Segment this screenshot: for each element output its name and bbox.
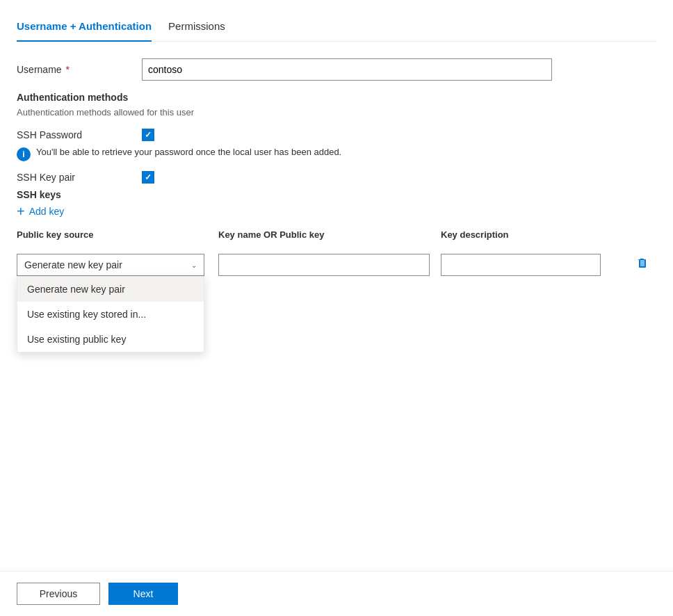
dropdown-option-existing-stored[interactable]: Use existing key stored in... <box>17 302 204 327</box>
source-dropdown-button[interactable]: Generate new key pair ⌄ <box>17 254 204 276</box>
ssh-keypair-checkbox[interactable]: ✓ <box>142 171 154 184</box>
ssh-password-info: i You'll be able to retrieve your passwo… <box>17 147 656 161</box>
info-icon: i <box>17 147 31 161</box>
tab-permissions[interactable]: Permissions <box>168 12 225 42</box>
ssh-password-checkbox[interactable]: ✓ <box>142 129 154 141</box>
delete-icon <box>635 257 649 270</box>
table-row: Generate new key pair ⌄ Generate new key… <box>17 245 656 276</box>
username-input[interactable] <box>142 58 552 81</box>
ssh-keys-title: SSH keys <box>17 189 656 200</box>
key-table: Public key source Key name OR Public key… <box>17 229 656 276</box>
previous-button[interactable]: Previous <box>17 583 100 605</box>
col-header-description: Key description <box>441 229 656 240</box>
source-dropdown-selected: Generate new key pair <box>24 259 122 270</box>
bottom-bar: Previous Next <box>0 571 673 616</box>
ssh-keypair-row: SSH Key pair ✓ <box>17 171 656 184</box>
source-cell: Generate new key pair ⌄ Generate new key… <box>17 254 218 276</box>
key-table-header: Public key source Key name OR Public key… <box>17 229 656 245</box>
key-name-cell <box>218 254 441 276</box>
auth-methods-subtitle: Authentication methods allowed for this … <box>17 107 656 117</box>
tabs: Username + Authentication Permissions <box>17 11 656 42</box>
auth-methods-title: Authentication methods <box>17 92 656 103</box>
dropdown-option-generate[interactable]: Generate new key pair <box>17 277 204 302</box>
source-dropdown-menu: Generate new key pair Use existing key s… <box>17 276 204 352</box>
next-button[interactable]: Next <box>108 583 178 605</box>
add-key-label: Add key <box>29 206 65 217</box>
key-name-input[interactable] <box>218 254 430 276</box>
ssh-password-checkmark: ✓ <box>145 130 152 140</box>
add-key-row[interactable]: + Add key <box>17 204 656 218</box>
username-label: Username * <box>17 64 142 75</box>
ssh-keypair-label: SSH Key pair <box>17 172 142 183</box>
ssh-password-row: SSH Password ✓ <box>17 129 656 141</box>
plus-icon: + <box>17 204 25 218</box>
required-star: * <box>63 64 70 75</box>
key-description-input[interactable] <box>441 254 601 276</box>
tab-username-auth[interactable]: Username + Authentication <box>17 12 152 42</box>
ssh-keypair-checkmark: ✓ <box>145 172 152 182</box>
username-row: Username * <box>17 58 656 81</box>
auth-methods-section: Authentication methods Authentication me… <box>17 92 656 184</box>
source-dropdown-wrapper: Generate new key pair ⌄ Generate new key… <box>17 254 218 276</box>
col-header-name: Key name OR Public key <box>218 229 441 240</box>
key-desc-cell <box>441 254 629 276</box>
ssh-password-label: SSH Password <box>17 129 142 140</box>
dropdown-option-existing-public[interactable]: Use existing public key <box>17 327 204 352</box>
dropdown-arrow-icon: ⌄ <box>191 261 197 269</box>
info-text: You'll be able to retrieve your password… <box>36 147 341 157</box>
ssh-keys-section: SSH keys + Add key Public key source Key… <box>17 189 656 276</box>
delete-row-button[interactable] <box>629 254 656 270</box>
col-header-source: Public key source <box>17 229 218 240</box>
